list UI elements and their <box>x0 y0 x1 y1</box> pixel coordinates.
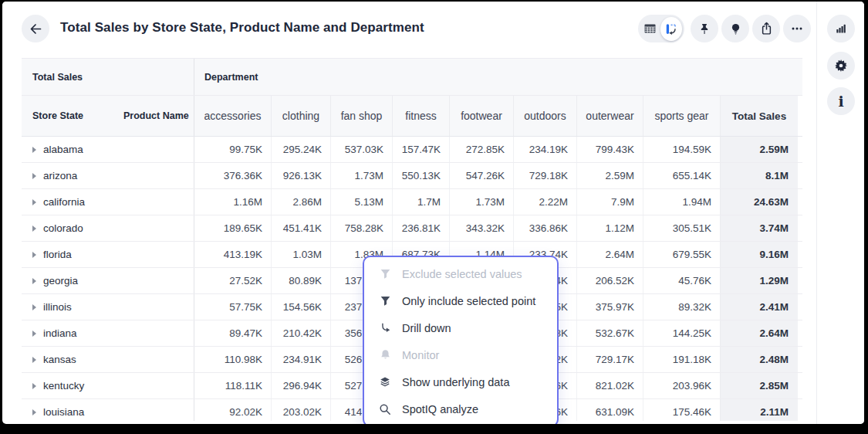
cell-arizona-clothing[interactable]: 926.13K <box>271 163 330 188</box>
column-header-sports-gear[interactable]: sports gear <box>643 96 720 136</box>
cell-illinois-total[interactable]: 2.41M <box>720 294 802 320</box>
cell-georgia-clothing[interactable]: 80.89K <box>271 268 330 293</box>
cell-colorado-outdoors[interactable]: 336.86K <box>513 215 576 241</box>
share-button[interactable] <box>752 15 780 42</box>
cell-kentucky-total[interactable]: 2.85M <box>720 373 802 398</box>
column-header-outerwear[interactable]: outerwear <box>576 96 643 136</box>
row-expander-louisiana[interactable]: louisiana <box>22 399 194 421</box>
cell-kansas-clothing[interactable]: 234.91K <box>271 347 330 372</box>
row-expander-colorado[interactable]: colorado <box>22 215 194 241</box>
info-button[interactable]: i <box>827 87 855 115</box>
cell-colorado-fan-shop[interactable]: 758.28K <box>330 215 392 241</box>
cell-alabama-outdoors[interactable]: 234.19K <box>513 137 576 162</box>
cell-arizona-fan-shop[interactable]: 1.73M <box>330 163 392 188</box>
cell-louisiana-accessories[interactable]: 92.02K <box>194 399 271 421</box>
row-expander-alabama[interactable]: alabama <box>22 137 194 162</box>
cell-alabama-fan-shop[interactable]: 537.03K <box>330 137 392 162</box>
cell-arizona-outerwear[interactable]: 2.59M <box>576 163 643 188</box>
cell-indiana-total[interactable]: 2.64M <box>720 320 802 346</box>
product-name-header[interactable]: Product Name <box>123 96 194 136</box>
cell-colorado-footwear[interactable]: 343.32K <box>449 215 513 241</box>
row-expander-kansas[interactable]: kansas <box>22 347 194 372</box>
cell-kansas-outerwear[interactable]: 729.17K <box>576 347 643 372</box>
cell-georgia-sports-gear[interactable]: 45.76K <box>643 268 720 293</box>
cell-kentucky-accessories[interactable]: 118.11K <box>194 373 271 398</box>
cell-colorado-clothing[interactable]: 451.41K <box>271 215 330 241</box>
row-expander-california[interactable]: california <box>22 189 194 215</box>
cell-colorado-fitness[interactable]: 236.81K <box>392 215 449 241</box>
cell-florida-accessories[interactable]: 413.19K <box>194 242 271 267</box>
column-header-footwear[interactable]: footwear <box>449 96 513 136</box>
cell-california-sports-gear[interactable]: 1.94M <box>643 189 720 215</box>
column-header-total-sales[interactable]: Total Sales <box>720 96 802 136</box>
column-header-fan-shop[interactable]: fan shop <box>330 96 392 136</box>
cell-alabama-accessories[interactable]: 99.75K <box>194 137 271 162</box>
cell-florida-total[interactable]: 9.16M <box>720 242 802 267</box>
column-header-accessories[interactable]: accessories <box>194 96 271 136</box>
cell-illinois-outerwear[interactable]: 375.97K <box>576 294 643 320</box>
cell-california-outerwear[interactable]: 7.9M <box>576 189 643 215</box>
cell-arizona-accessories[interactable]: 376.36K <box>194 163 271 188</box>
cell-florida-clothing[interactable]: 1.03M <box>271 242 330 267</box>
chart-config-button[interactable] <box>827 15 855 42</box>
cell-alabama-sports-gear[interactable]: 194.59K <box>643 137 720 162</box>
menu-item-show-underlying-data[interactable]: Show underlying data <box>364 368 557 395</box>
cell-california-fan-shop[interactable]: 5.13M <box>330 189 392 215</box>
chart-view-button[interactable] <box>660 17 682 41</box>
row-expander-indiana[interactable]: indiana <box>22 320 194 346</box>
cell-louisiana-clothing[interactable]: 203.02K <box>271 399 330 421</box>
cell-georgia-accessories[interactable]: 27.52K <box>194 268 271 293</box>
cell-alabama-footwear[interactable]: 272.85K <box>449 137 513 162</box>
cell-louisiana-outerwear[interactable]: 631.09K <box>576 399 643 421</box>
row-expander-florida[interactable]: florida <box>22 242 194 267</box>
cell-alabama-fitness[interactable]: 157.47K <box>392 137 449 162</box>
cell-alabama-clothing[interactable]: 295.24K <box>271 137 330 162</box>
row-expander-georgia[interactable]: georgia <box>22 268 194 293</box>
cell-colorado-total[interactable]: 3.74M <box>720 215 802 241</box>
cell-georgia-total[interactable]: 1.29M <box>720 268 802 293</box>
row-expander-kentucky[interactable]: kentucky <box>22 373 194 398</box>
cell-louisiana-sports-gear[interactable]: 175.46K <box>643 399 720 421</box>
cell-illinois-sports-gear[interactable]: 89.32K <box>643 294 720 320</box>
pin-button[interactable] <box>691 15 718 42</box>
cell-kansas-sports-gear[interactable]: 191.18K <box>643 347 720 372</box>
column-header-outdoors[interactable]: outdoors <box>513 96 576 136</box>
cell-kansas-accessories[interactable]: 110.98K <box>194 347 271 372</box>
menu-item-drill-down[interactable]: Drill down <box>364 314 557 341</box>
settings-button[interactable] <box>827 52 855 80</box>
cell-california-accessories[interactable]: 1.16M <box>194 189 271 215</box>
cell-indiana-sports-gear[interactable]: 144.25K <box>643 320 720 346</box>
column-header-clothing[interactable]: clothing <box>271 96 330 136</box>
cell-colorado-outerwear[interactable]: 1.12M <box>576 215 643 241</box>
cell-arizona-outdoors[interactable]: 729.18K <box>513 163 576 188</box>
cell-illinois-clothing[interactable]: 154.56K <box>271 294 330 320</box>
store-state-header[interactable]: Store State <box>22 96 123 136</box>
cell-california-total[interactable]: 24.63M <box>720 189 802 215</box>
cell-florida-outerwear[interactable]: 2.64M <box>576 242 643 267</box>
cell-indiana-clothing[interactable]: 210.42K <box>271 320 330 346</box>
cell-california-clothing[interactable]: 2.86M <box>271 189 330 215</box>
cell-louisiana-total[interactable]: 2.11M <box>720 399 802 421</box>
cell-indiana-accessories[interactable]: 89.47K <box>194 320 271 346</box>
cell-arizona-fitness[interactable]: 550.13K <box>392 163 449 188</box>
cell-illinois-accessories[interactable]: 57.75K <box>194 294 271 320</box>
row-expander-arizona[interactable]: arizona <box>22 163 194 188</box>
menu-item-spotiq-analyze[interactable]: SpotIQ analyze <box>364 395 557 422</box>
cell-indiana-outerwear[interactable]: 532.67K <box>576 320 643 346</box>
insights-button[interactable] <box>721 15 749 42</box>
cell-florida-sports-gear[interactable]: 679.55K <box>643 242 720 267</box>
menu-item-only-include-selected-point[interactable]: Only include selected point <box>364 287 557 314</box>
cell-kentucky-sports-gear[interactable]: 203.96K <box>643 373 720 398</box>
cell-colorado-accessories[interactable]: 189.65K <box>194 215 271 241</box>
more-options-button[interactable] <box>783 15 811 42</box>
cell-alabama-total[interactable]: 2.59M <box>720 137 802 162</box>
cell-california-footwear[interactable]: 1.73M <box>449 189 513 215</box>
cell-california-fitness[interactable]: 1.7M <box>392 189 449 215</box>
cell-california-outdoors[interactable]: 2.22M <box>513 189 576 215</box>
cell-colorado-sports-gear[interactable]: 305.51K <box>643 215 720 241</box>
table-view-button[interactable] <box>640 18 660 39</box>
cell-kansas-total[interactable]: 2.48M <box>720 347 802 372</box>
cell-kentucky-outerwear[interactable]: 821.02K <box>576 373 643 398</box>
cell-arizona-sports-gear[interactable]: 655.14K <box>643 163 720 188</box>
column-header-fitness[interactable]: fitness <box>392 96 449 136</box>
